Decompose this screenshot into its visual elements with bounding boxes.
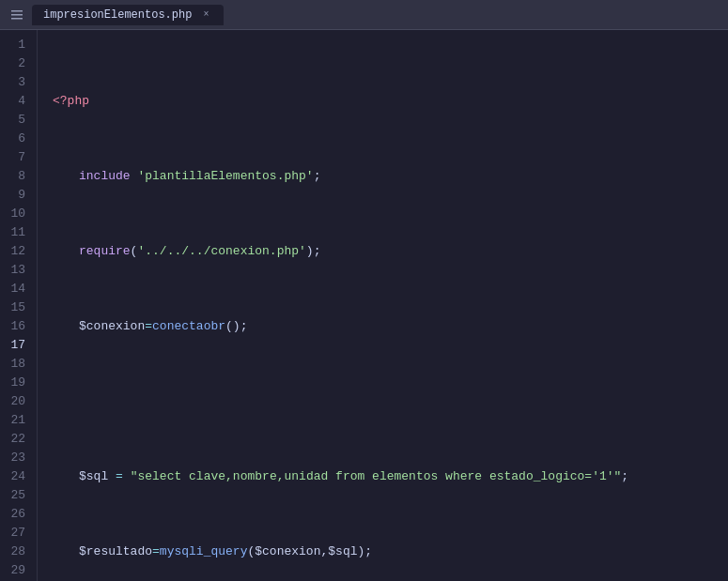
line-numbers: 1 2 3 4 5 6 7 8 9 10 11 12 13 14 15 16 1… [0,30,38,581]
editor-tab[interactable]: impresionElementos.php × [32,5,224,25]
code-line-1: <?php [53,92,728,111]
editor-container: 1 2 3 4 5 6 7 8 9 10 11 12 13 14 15 16 1… [0,30,728,581]
code-area[interactable]: <?php include 'plantillaElementos.php'; … [38,30,728,581]
code-line-7: $resultado=mysqli_query($conexion,$sql); [53,543,728,561]
code-line-3: require('../../../conexion.php'); [53,242,728,261]
code-line-2: include 'plantillaElementos.php'; [53,167,728,186]
code-line-5 [53,392,728,411]
code-line-6: $sql = "select clave,nombre,unidad from … [53,467,728,486]
svg-rect-0 [11,10,23,12]
code-line-4: $conexion=conectaobr(); [53,317,728,336]
tab-label: impresionElementos.php [43,8,192,22]
svg-rect-1 [11,14,23,16]
titlebar: impresionElementos.php × [0,0,728,30]
svg-rect-2 [11,18,23,20]
sidebar-toggle[interactable] [8,6,26,24]
tab-close-icon[interactable]: × [199,8,212,22]
